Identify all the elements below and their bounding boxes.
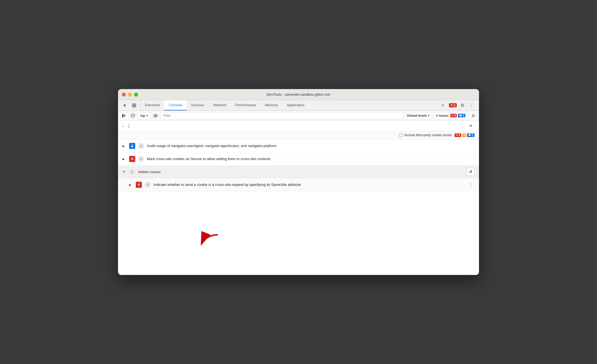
expand-arrow-audit[interactable]: ▶ (122, 144, 126, 148)
expand-arrow-hidden[interactable]: ▼ (122, 170, 126, 173)
refresh-hidden-issues-btn[interactable]: ↺ (467, 168, 475, 176)
traffic-lights (122, 93, 138, 97)
audit-count: 1 (138, 143, 144, 149)
settings-icon-btn[interactable]: ⚙ (458, 102, 466, 109)
tab-bar: Elements Console Sources Network Perform… (118, 100, 479, 111)
console-top-row: › ⋮ ✕ (118, 121, 479, 131)
svg-rect-8 (132, 145, 133, 146)
audit-type-icon (129, 143, 135, 149)
include-third-party-checkbox[interactable] (399, 133, 403, 137)
issue-item-cookie-secure[interactable]: ▶ ✕ 1 Mark cross-site cookies as Secure … (118, 153, 479, 166)
svg-point-7 (155, 115, 156, 116)
dots-menu-btn[interactable]: ⋮ (125, 122, 133, 130)
tab-console[interactable]: Console (164, 100, 187, 110)
cookie-secure-type-icon: ✕ (129, 156, 135, 162)
expand-arrow-samesite[interactable]: ▶ (129, 183, 133, 187)
eye-btn[interactable] (152, 112, 159, 119)
cursor-icon-btn[interactable] (121, 102, 129, 109)
inspect-icon-btn[interactable] (130, 102, 138, 109)
devtools-window: DevTools - samesite-sandbox.glitch.me/ (118, 89, 479, 275)
close-button[interactable] (122, 93, 126, 97)
samesite-issue-text: Indicate whether to send a cookie in a c… (154, 182, 464, 187)
filter-input[interactable] (161, 112, 403, 119)
issues-info-badge: 💬 1 (458, 114, 465, 117)
cookie-secure-count: 1 (138, 156, 144, 162)
tab-elements[interactable]: Elements (141, 100, 164, 110)
expand-arrow-cookie-secure[interactable]: ▶ (122, 157, 126, 161)
issues-header-row: Include third-party cookie issues ✕ 3 0 … (118, 131, 479, 140)
tab-icons (119, 100, 141, 110)
issue-row-audit[interactable]: ▶ 1 Audit usage of navigator.userAgent, … (118, 140, 479, 152)
svg-rect-3 (134, 106, 136, 107)
chevron-down-icon-levels: ▾ (428, 114, 429, 117)
error-x-icon: ✕ (451, 114, 454, 117)
tab-right-area: » ✕ 3 ⚙ ⋮ (438, 100, 478, 110)
tab-application[interactable]: Application (282, 100, 309, 110)
log-level-selector[interactable]: Default levels ▾ (404, 112, 432, 119)
devtools-body: Elements Console Sources Network Perform… (118, 100, 479, 275)
sub-issue-more-btn[interactable]: ⋮ (467, 181, 475, 189)
hidden-issues-header[interactable]: ▼ 2 Hidden issues ↺ (118, 166, 479, 178)
x-icon: ✕ (456, 134, 458, 136)
header-info-badge: 💬 1 (467, 133, 475, 137)
header-warning-badge: 0 (462, 133, 466, 137)
empty-console-area (118, 192, 479, 275)
tabs-list: Elements Console Sources Network Perform… (141, 100, 438, 110)
info-icon: 💬 (459, 114, 462, 117)
expand-chevron-icon: › (122, 123, 124, 128)
titlebar: DevTools - samesite-sandbox.glitch.me/ (118, 89, 479, 100)
close-panel-btn[interactable]: ✕ (467, 122, 475, 130)
console-settings-btn[interactable]: ⚙ (470, 112, 477, 119)
clear-console-btn[interactable] (129, 112, 136, 119)
tab-performance[interactable]: Performance (231, 100, 260, 110)
more-tabs-button[interactable]: » (438, 102, 447, 109)
svg-rect-2 (132, 106, 134, 107)
tab-error-badge[interactable]: ✕ 3 (449, 103, 457, 107)
hidden-issues-label: Hidden issues (138, 170, 161, 174)
window-title: DevTools - samesite-sandbox.glitch.me/ (267, 92, 330, 97)
hidden-issues-count: 2 (129, 169, 135, 175)
issue-row-cookie-secure[interactable]: ▶ ✕ 1 Mark cross-site cookies as Secure … (118, 153, 479, 165)
context-selector[interactable]: top ▾ (138, 112, 150, 119)
svg-rect-4 (122, 114, 124, 117)
svg-rect-1 (134, 104, 136, 105)
tab-memory[interactable]: Memory (260, 100, 282, 110)
hidden-issues-group: ▼ 2 Hidden issues ↺ (118, 166, 479, 192)
maximize-button[interactable] (134, 93, 138, 97)
cookie-secure-issue-text: Mark cross-site cookies as Secure to all… (147, 156, 475, 161)
console-toolbar: top ▾ Default levels ▾ 4 Issues: ✕ 3 (118, 111, 479, 121)
tab-network[interactable]: Network (209, 100, 231, 110)
issue-item-audit[interactable]: ▶ 1 Audit usage of navigator.userAgent, … (118, 140, 479, 153)
audit-issue-text: Audit usage of navigator.userAgent, navi… (147, 143, 475, 148)
issues-error-badge: ✕ 3 (450, 114, 457, 117)
run-script-btn[interactable] (120, 112, 127, 119)
issues-badge-group[interactable]: 4 Issues: ✕ 3 💬 1 (433, 112, 468, 119)
sub-issue-samesite[interactable]: ▶ ✕ 2 Indicate whether to send a cookie … (118, 178, 479, 192)
tab-sources[interactable]: Sources (187, 100, 209, 110)
header-error-badge: ✕ 3 (455, 133, 461, 137)
chevron-down-icon: ▾ (146, 114, 148, 117)
issues-count-badges: ✕ 3 0 💬 1 (455, 133, 475, 137)
svg-rect-9 (131, 145, 133, 145)
samesite-count: 2 (145, 182, 151, 188)
samesite-type-icon: ✕ (136, 182, 142, 188)
panel-area: › ⋮ ✕ Include third-party cookie issues … (118, 121, 479, 275)
more-menu-btn[interactable]: ⋮ (468, 102, 476, 109)
include-third-party-label[interactable]: Include third-party cookie issues (399, 133, 452, 137)
minimize-button[interactable] (128, 93, 132, 97)
svg-rect-10 (132, 146, 133, 148)
chat-icon: 💬 (468, 134, 471, 136)
svg-rect-0 (132, 104, 134, 105)
